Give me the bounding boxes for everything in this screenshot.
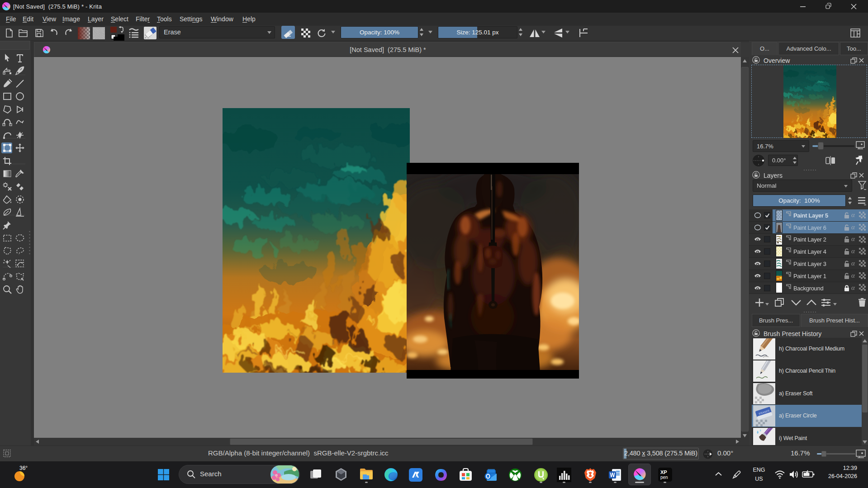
svg-text:XP: XP xyxy=(660,469,667,475)
svg-text:pen: pen xyxy=(660,475,668,480)
